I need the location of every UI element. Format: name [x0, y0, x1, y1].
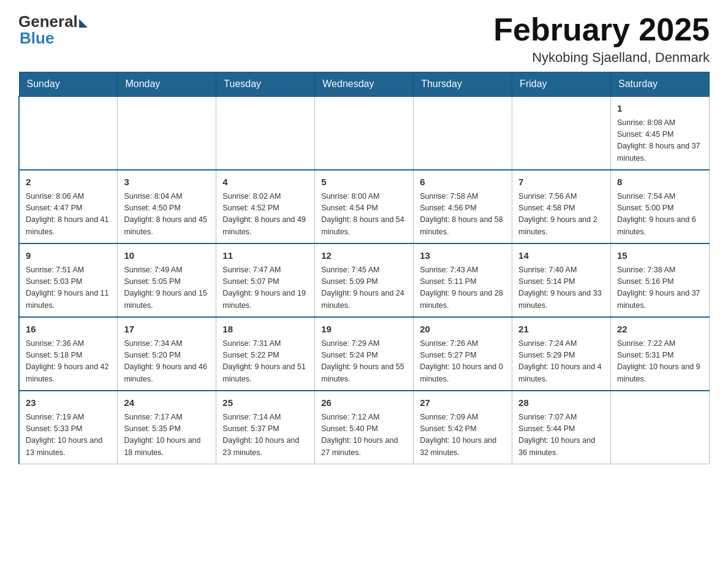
calendar-cell: 3Sunrise: 8:04 AMSunset: 4:50 PMDaylight…	[118, 170, 216, 243]
day-number: 16	[26, 323, 111, 337]
calendar-cell: 6Sunrise: 7:58 AMSunset: 4:56 PMDaylight…	[414, 170, 512, 243]
day-number: 21	[518, 323, 604, 337]
day-info: Sunrise: 7:43 AMSunset: 5:11 PMDaylight:…	[420, 264, 506, 312]
weekday-header-row: SundayMondayTuesdayWednesdayThursdayFrid…	[19, 72, 710, 97]
calendar-cell	[512, 96, 611, 170]
weekday-header-sunday: Sunday	[19, 72, 118, 97]
day-info: Sunrise: 7:40 AMSunset: 5:14 PMDaylight:…	[518, 264, 604, 312]
day-number: 23	[26, 396, 111, 410]
day-number: 20	[420, 323, 506, 337]
day-number: 15	[617, 249, 703, 263]
day-number: 13	[420, 249, 506, 263]
day-info: Sunrise: 7:07 AMSunset: 5:44 PMDaylight:…	[518, 412, 604, 459]
day-number: 7	[518, 175, 604, 190]
weekday-header-thursday: Thursday	[414, 72, 512, 97]
calendar-cell: 8Sunrise: 7:54 AMSunset: 5:00 PMDaylight…	[611, 170, 710, 243]
day-info: Sunrise: 8:00 AMSunset: 4:54 PMDaylight:…	[321, 191, 407, 239]
day-info: Sunrise: 7:14 AMSunset: 5:37 PMDaylight:…	[222, 412, 308, 459]
day-number: 19	[321, 323, 407, 337]
day-info: Sunrise: 7:54 AMSunset: 5:00 PMDaylight:…	[617, 191, 703, 239]
day-number: 25	[222, 396, 308, 410]
calendar-cell: 12Sunrise: 7:45 AMSunset: 5:09 PMDayligh…	[315, 243, 414, 317]
weekday-header-tuesday: Tuesday	[216, 72, 315, 97]
calendar-cell: 24Sunrise: 7:17 AMSunset: 5:35 PMDayligh…	[118, 391, 216, 464]
day-number: 14	[518, 249, 604, 263]
day-info: Sunrise: 7:24 AMSunset: 5:29 PMDaylight:…	[518, 338, 604, 386]
calendar-cell: 18Sunrise: 7:31 AMSunset: 5:22 PMDayligh…	[216, 317, 315, 391]
day-info: Sunrise: 8:06 AMSunset: 4:47 PMDaylight:…	[26, 191, 111, 239]
title-block: February 2025 Nykobing Sjaelland, Denmar…	[493, 12, 710, 66]
calendar-cell	[611, 391, 710, 464]
day-info: Sunrise: 7:58 AMSunset: 4:56 PMDaylight:…	[420, 191, 506, 239]
calendar-cell: 11Sunrise: 7:47 AMSunset: 5:07 PMDayligh…	[216, 243, 315, 317]
day-info: Sunrise: 7:47 AMSunset: 5:07 PMDaylight:…	[222, 264, 308, 312]
calendar-cell: 17Sunrise: 7:34 AMSunset: 5:20 PMDayligh…	[118, 317, 216, 391]
day-number: 3	[124, 175, 210, 190]
day-number: 6	[420, 175, 506, 190]
calendar-cell: 9Sunrise: 7:51 AMSunset: 5:03 PMDaylight…	[19, 243, 118, 317]
calendar-table: SundayMondayTuesdayWednesdayThursdayFrid…	[18, 72, 710, 464]
calendar-cell	[315, 96, 414, 170]
day-info: Sunrise: 8:08 AMSunset: 4:45 PMDaylight:…	[617, 117, 703, 165]
calendar-cell: 15Sunrise: 7:38 AMSunset: 5:16 PMDayligh…	[611, 243, 710, 317]
calendar-cell: 13Sunrise: 7:43 AMSunset: 5:11 PMDayligh…	[414, 243, 512, 317]
calendar-cell: 14Sunrise: 7:40 AMSunset: 5:14 PMDayligh…	[512, 243, 611, 317]
weekday-header-wednesday: Wednesday	[315, 72, 414, 97]
calendar-week-row: 16Sunrise: 7:36 AMSunset: 5:18 PMDayligh…	[19, 317, 710, 391]
day-info: Sunrise: 7:51 AMSunset: 5:03 PMDaylight:…	[26, 264, 111, 312]
logo: General Blue	[18, 12, 88, 48]
day-number: 12	[321, 249, 407, 263]
calendar-cell	[414, 96, 512, 170]
calendar-cell: 26Sunrise: 7:12 AMSunset: 5:40 PMDayligh…	[315, 391, 414, 464]
calendar-cell	[118, 96, 216, 170]
calendar-cell: 28Sunrise: 7:07 AMSunset: 5:44 PMDayligh…	[512, 391, 611, 464]
day-number: 17	[124, 323, 210, 337]
calendar-cell: 5Sunrise: 8:00 AMSunset: 4:54 PMDaylight…	[315, 170, 414, 243]
calendar-cell: 25Sunrise: 7:14 AMSunset: 5:37 PMDayligh…	[216, 391, 315, 464]
day-number: 4	[222, 175, 308, 190]
day-info: Sunrise: 7:31 AMSunset: 5:22 PMDaylight:…	[222, 338, 308, 386]
calendar-week-row: 2Sunrise: 8:06 AMSunset: 4:47 PMDaylight…	[19, 170, 710, 243]
calendar-week-row: 1Sunrise: 8:08 AMSunset: 4:45 PMDaylight…	[19, 96, 710, 170]
calendar-title: February 2025	[493, 12, 710, 47]
weekday-header-monday: Monday	[118, 72, 216, 97]
calendar-cell	[216, 96, 315, 170]
calendar-cell: 4Sunrise: 8:02 AMSunset: 4:52 PMDaylight…	[216, 170, 315, 243]
calendar-cell	[19, 96, 118, 170]
day-info: Sunrise: 7:34 AMSunset: 5:20 PMDaylight:…	[124, 338, 210, 386]
day-info: Sunrise: 7:56 AMSunset: 4:58 PMDaylight:…	[518, 191, 604, 239]
day-info: Sunrise: 8:04 AMSunset: 4:50 PMDaylight:…	[124, 191, 210, 239]
calendar-cell: 1Sunrise: 8:08 AMSunset: 4:45 PMDaylight…	[611, 96, 710, 170]
day-number: 1	[617, 102, 703, 116]
day-number: 10	[124, 249, 210, 263]
weekday-header-saturday: Saturday	[611, 72, 710, 97]
calendar-cell: 10Sunrise: 7:49 AMSunset: 5:05 PMDayligh…	[118, 243, 216, 317]
day-info: Sunrise: 7:09 AMSunset: 5:42 PMDaylight:…	[420, 412, 506, 459]
calendar-cell: 2Sunrise: 8:06 AMSunset: 4:47 PMDaylight…	[19, 170, 118, 243]
day-info: Sunrise: 7:29 AMSunset: 5:24 PMDaylight:…	[321, 338, 407, 386]
day-number: 18	[222, 323, 308, 337]
day-info: Sunrise: 7:49 AMSunset: 5:05 PMDaylight:…	[124, 264, 210, 312]
day-info: Sunrise: 7:12 AMSunset: 5:40 PMDaylight:…	[321, 412, 407, 459]
day-number: 2	[26, 175, 111, 190]
day-info: Sunrise: 7:26 AMSunset: 5:27 PMDaylight:…	[420, 338, 506, 386]
calendar-cell: 16Sunrise: 7:36 AMSunset: 5:18 PMDayligh…	[19, 317, 118, 391]
calendar-cell: 19Sunrise: 7:29 AMSunset: 5:24 PMDayligh…	[315, 317, 414, 391]
day-number: 24	[124, 396, 210, 410]
day-info: Sunrise: 7:45 AMSunset: 5:09 PMDaylight:…	[321, 264, 407, 312]
day-info: Sunrise: 8:02 AMSunset: 4:52 PMDaylight:…	[222, 191, 308, 239]
logo-blue-text: Blue	[18, 29, 54, 48]
day-number: 9	[26, 249, 111, 263]
calendar-week-row: 9Sunrise: 7:51 AMSunset: 5:03 PMDaylight…	[19, 243, 710, 317]
weekday-header-friday: Friday	[512, 72, 611, 97]
calendar-cell: 21Sunrise: 7:24 AMSunset: 5:29 PMDayligh…	[512, 317, 611, 391]
day-info: Sunrise: 7:38 AMSunset: 5:16 PMDaylight:…	[617, 264, 703, 312]
calendar-subtitle: Nykobing Sjaelland, Denmark	[493, 50, 710, 66]
day-number: 8	[617, 175, 703, 190]
day-number: 11	[222, 249, 308, 263]
day-info: Sunrise: 7:36 AMSunset: 5:18 PMDaylight:…	[26, 338, 111, 386]
calendar-cell: 22Sunrise: 7:22 AMSunset: 5:31 PMDayligh…	[611, 317, 710, 391]
day-info: Sunrise: 7:22 AMSunset: 5:31 PMDaylight:…	[617, 338, 703, 386]
calendar-cell: 7Sunrise: 7:56 AMSunset: 4:58 PMDaylight…	[512, 170, 611, 243]
calendar-cell: 27Sunrise: 7:09 AMSunset: 5:42 PMDayligh…	[414, 391, 512, 464]
